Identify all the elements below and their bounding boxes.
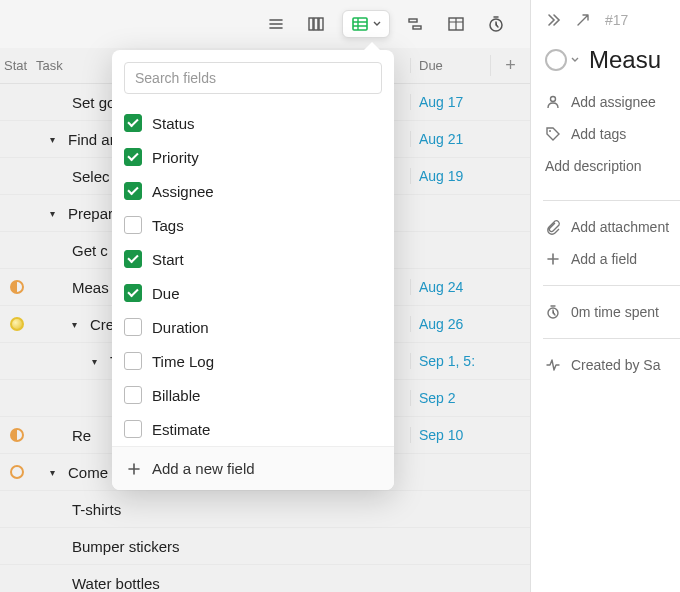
task-title-cell[interactable]: T-shirts [30,501,410,518]
timeline-view-button[interactable] [402,10,430,38]
panel-top-bar: #17 [545,12,680,28]
add-assignee-button[interactable]: Add assignee [545,94,680,110]
task-title-cell[interactable]: Bumper stickers [30,538,410,555]
timer-view-button[interactable] [482,10,510,38]
field-label: Time Log [152,353,214,370]
timeline-icon [407,15,425,33]
add-field-button[interactable]: Add a field [545,251,680,267]
svg-rect-5 [413,26,421,29]
task-status-cell[interactable] [0,428,30,442]
field-checkbox[interactable] [124,148,142,166]
add-tags-button[interactable]: Add tags [545,126,680,142]
field-list[interactable]: StatusPriorityAssigneeTagsStartDueDurati… [112,106,394,446]
field-checkbox[interactable] [124,182,142,200]
list-view-button[interactable] [262,10,290,38]
chevron-down-icon [373,20,381,28]
field-label: Due [152,285,180,302]
add-description-button[interactable]: Add description [545,158,680,174]
task-due-cell[interactable]: Aug 17 [410,94,490,110]
plus-icon [126,461,142,477]
expand-caret[interactable]: ▾ [50,467,62,478]
field-label: Billable [152,387,200,404]
svg-rect-1 [314,18,318,30]
field-label: Tags [152,217,184,234]
person-icon [545,94,561,110]
field-checkbox[interactable] [124,284,142,302]
svg-rect-3 [353,18,367,30]
task-title-cell[interactable]: Water bottles [30,575,410,592]
created-by-row: Created by Sa [545,357,680,373]
board-view-button[interactable] [302,10,330,38]
field-checkbox[interactable] [124,420,142,438]
field-option[interactable]: Status [124,106,382,140]
status-circle[interactable] [545,49,567,71]
task-row[interactable]: Water bottles [0,565,530,592]
expand-caret[interactable]: ▾ [50,134,62,145]
field-option[interactable]: Due [124,276,382,310]
expand-icon[interactable] [575,12,591,28]
task-row[interactable]: T-shirts [0,491,530,528]
field-option[interactable]: Priority [124,140,382,174]
add-column-button[interactable]: + [490,55,530,76]
field-checkbox[interactable] [124,216,142,234]
task-due-cell[interactable]: Aug 26 [410,316,490,332]
expand-caret[interactable]: ▾ [92,356,104,367]
divider [543,200,680,201]
task-title-label: Water bottles [72,575,160,592]
task-id[interactable]: #17 [605,12,628,28]
task-due-cell[interactable]: Sep 2 [410,390,490,406]
column-header-status[interactable]: Stat [0,58,30,73]
task-detail-panel: #17 Measu Add assignee Add tags Add desc… [530,0,680,592]
task-title[interactable]: Measu [589,46,661,74]
expand-caret[interactable]: ▾ [50,208,62,219]
task-row[interactable]: Bumper stickers [0,528,530,565]
dropdown-arrow [364,42,380,50]
field-checkbox[interactable] [124,114,142,132]
field-option[interactable]: Duration [124,310,382,344]
svg-rect-2 [319,18,323,30]
sheet-icon [351,15,369,33]
task-title-label: Re [72,427,91,444]
task-status-cell[interactable] [0,280,30,294]
field-checkbox[interactable] [124,250,142,268]
status-indicator [10,465,24,479]
field-option[interactable]: Assignee [124,174,382,208]
task-status-cell[interactable] [0,317,30,331]
list-icon [267,15,285,33]
task-status-cell[interactable] [0,465,30,479]
field-checkbox[interactable] [124,386,142,404]
search-fields-input[interactable] [124,62,382,94]
task-title-label: Bumper stickers [72,538,180,555]
add-new-field-button[interactable]: Add a new field [112,446,394,490]
divider [543,338,680,339]
field-label: Estimate [152,421,210,438]
collapse-icon[interactable] [545,12,561,28]
svg-rect-0 [309,18,313,30]
task-due-cell[interactable]: Aug 21 [410,131,490,147]
task-title-label: T-shirts [72,501,121,518]
task-due-cell[interactable]: Sep 10 [410,427,490,443]
field-option[interactable]: Tags [124,208,382,242]
task-due-cell[interactable]: Sep 1, 5: [410,353,490,369]
field-option[interactable]: Estimate [124,412,382,446]
field-option[interactable]: Billable [124,378,382,412]
add-attachment-button[interactable]: Add attachment [545,219,680,235]
task-due-cell[interactable]: Aug 19 [410,168,490,184]
field-label: Start [152,251,184,268]
chevron-down-icon[interactable] [571,56,579,64]
sheet-view-button[interactable] [342,10,390,38]
stopwatch-icon [545,304,561,320]
svg-point-9 [549,130,551,132]
time-spent-row[interactable]: 0m time spent [545,304,680,320]
field-option[interactable]: Time Log [124,344,382,378]
field-checkbox[interactable] [124,352,142,370]
status-indicator [10,317,24,331]
column-header-due[interactable]: Due [410,58,490,73]
expand-caret[interactable]: ▾ [72,319,84,330]
field-checkbox[interactable] [124,318,142,336]
table-view-button[interactable] [442,10,470,38]
task-due-cell[interactable]: Aug 24 [410,279,490,295]
field-option[interactable]: Start [124,242,382,276]
view-toolbar [0,0,530,48]
status-indicator [10,428,24,442]
